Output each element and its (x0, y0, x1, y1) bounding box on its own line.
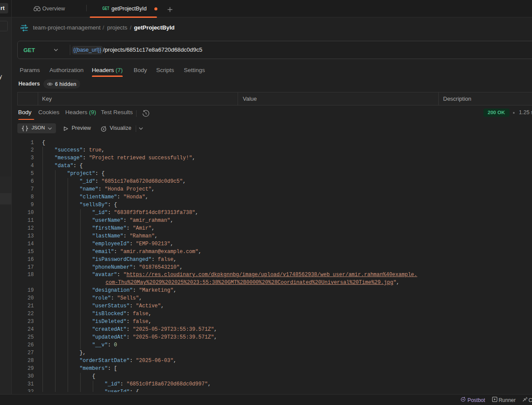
svg-text:HTTP: HTTP (20, 26, 28, 30)
